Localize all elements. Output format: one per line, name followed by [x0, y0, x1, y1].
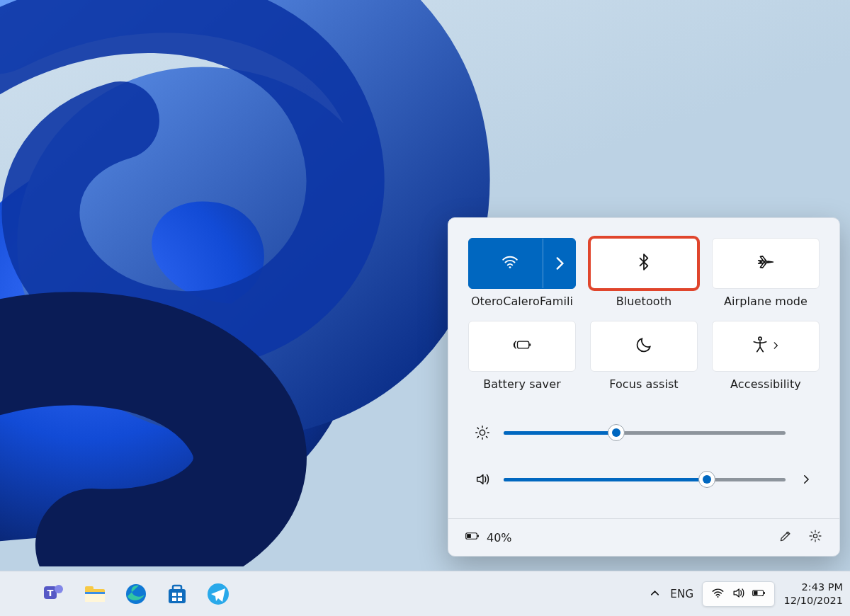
volume-slider[interactable] — [504, 472, 786, 486]
airplane-mode-label: Airplane mode — [712, 295, 820, 308]
wifi-tile[interactable] — [468, 238, 576, 289]
taskbar-pinned-apps: T — [38, 578, 234, 610]
focus-assist-label: Focus assist — [590, 377, 698, 391]
svg-rect-13 — [85, 586, 94, 591]
airplane-icon — [756, 253, 775, 274]
tray-network-volume-battery[interactable] — [702, 581, 775, 607]
taskbar: T ENG — [0, 571, 850, 616]
svg-point-4 — [480, 430, 484, 435]
bluetooth-tile[interactable] — [590, 238, 698, 289]
accessibility-icon — [751, 336, 769, 357]
wifi-icon — [711, 586, 725, 602]
quick-settings-panel: OteroCaleroFamili Bluetooth — [448, 217, 840, 557]
svg-rect-18 — [173, 586, 181, 591]
taskbar-app-edge[interactable] — [120, 578, 152, 610]
gear-icon — [808, 529, 822, 543]
svg-point-10 — [55, 585, 63, 593]
battery-icon — [465, 529, 480, 546]
chevron-up-icon — [648, 586, 662, 600]
svg-rect-21 — [172, 598, 176, 601]
battery-saver-icon — [513, 336, 531, 357]
wifi-expand-button[interactable] — [543, 239, 575, 288]
chevron-right-icon — [800, 473, 812, 486]
svg-rect-27 — [754, 591, 757, 594]
battery-saver-label: Battery saver — [468, 377, 576, 391]
clock-date: 12/10/2021 — [783, 594, 843, 607]
svg-point-24 — [718, 596, 719, 598]
chevron-right-icon — [550, 254, 569, 273]
taskbar-app-telegram[interactable] — [203, 578, 234, 610]
svg-point-0 — [509, 266, 511, 268]
svg-rect-15 — [85, 592, 105, 594]
taskbar-app-store[interactable] — [162, 578, 193, 610]
chevron-right-icon — [771, 340, 781, 353]
airplane-mode-tile[interactable] — [712, 238, 820, 289]
wifi-icon — [501, 253, 519, 274]
battery-icon — [752, 586, 766, 602]
sliders-area — [468, 404, 820, 518]
taskbar-app-explorer[interactable] — [79, 578, 110, 610]
svg-rect-19 — [172, 593, 176, 596]
edit-quick-settings-button[interactable] — [778, 529, 793, 546]
bluetooth-icon — [635, 253, 653, 274]
moon-icon — [635, 336, 653, 357]
system-tray: ENG — [648, 581, 843, 606]
volume-icon — [472, 472, 492, 487]
svg-rect-2 — [529, 343, 531, 346]
wifi-label: OteroCaleroFamili — [468, 295, 576, 308]
accessibility-label: Accessibility — [712, 377, 820, 391]
desktop: OteroCaleroFamili Bluetooth — [0, 0, 850, 616]
quick-settings-tiles: OteroCaleroFamili Bluetooth — [468, 238, 820, 391]
tray-overflow-button[interactable] — [648, 586, 662, 602]
taskbar-clock[interactable]: 2:43 PM 12/10/2021 — [783, 581, 843, 606]
brightness-slider[interactable] — [504, 426, 786, 440]
volume-output-button[interactable] — [797, 473, 815, 486]
quick-settings-footer: 40% — [448, 518, 839, 556]
svg-rect-26 — [764, 592, 766, 594]
svg-point-8 — [813, 534, 817, 537]
bluetooth-label: Bluetooth — [590, 295, 698, 308]
battery-status-button[interactable]: 40% — [465, 529, 512, 546]
focus-assist-tile[interactable] — [590, 321, 698, 372]
clock-time: 2:43 PM — [783, 581, 843, 593]
svg-rect-6 — [477, 535, 479, 537]
battery-percent-label: 40% — [487, 531, 512, 544]
settings-button[interactable] — [808, 529, 822, 546]
svg-text:T: T — [47, 588, 54, 598]
battery-saver-tile[interactable] — [468, 321, 576, 372]
svg-point-3 — [759, 337, 761, 340]
svg-rect-1 — [518, 341, 529, 348]
taskbar-app-teams[interactable]: T — [38, 578, 69, 610]
volume-icon — [732, 586, 745, 602]
svg-rect-7 — [467, 534, 471, 538]
pencil-icon — [778, 529, 793, 543]
language-indicator[interactable]: ENG — [670, 588, 693, 600]
svg-rect-22 — [178, 598, 182, 601]
brightness-icon — [472, 425, 492, 440]
svg-rect-20 — [178, 593, 182, 596]
accessibility-tile[interactable] — [712, 321, 820, 372]
